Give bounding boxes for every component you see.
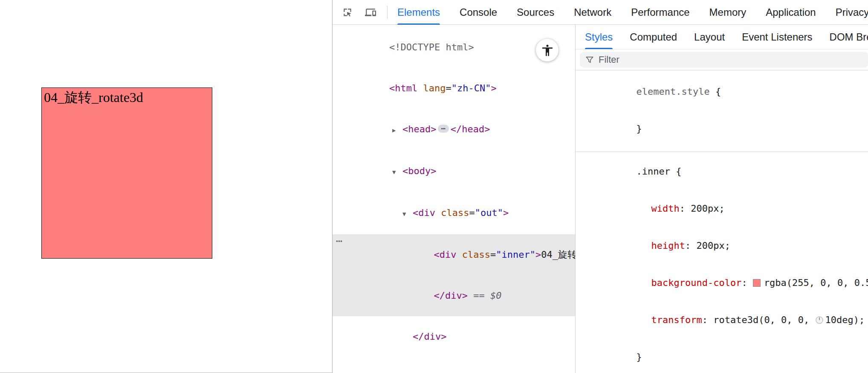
css-property-row-background-color: background-color: rgba(255, 0, 0, 0.5);: [580, 264, 868, 301]
tab-sources[interactable]: Sources: [517, 0, 554, 25]
style-rule-inner: .inner { width: 200px; height: 200px; ba…: [576, 152, 868, 373]
dom-line-div-out-close[interactable]: </div>: [333, 316, 575, 357]
selected-dom-node[interactable]: ⋯<div class="inner">04_旋转_rotate3d </div…: [333, 234, 575, 316]
expand-arrow-icon[interactable]: ▼: [392, 165, 402, 179]
browser-viewport: 04_旋转_rotate3d: [0, 0, 332, 373]
styles-sidebar: Styles Computed Layout Event Listeners D…: [575, 25, 868, 373]
style-filter-input[interactable]: [599, 54, 863, 65]
more-actions-icon[interactable]: ⋯: [336, 234, 341, 248]
devtools-panel: Elements Console Sources Network Perform…: [332, 0, 868, 373]
tab-network[interactable]: Network: [574, 0, 611, 25]
device-toolbar-icon: [365, 7, 376, 18]
tab-privacy[interactable]: Privacy: [836, 0, 868, 25]
accessibility-button[interactable]: [536, 39, 558, 61]
dom-line-div-inner-close[interactable]: </div> == $0: [333, 275, 575, 316]
screen: 04_旋转_rotate3d Elements Console Sources: [0, 0, 868, 373]
css-property-value[interactable]: 200px;: [691, 203, 724, 214]
dom-tree: <!DOCTYPE html> <html lang="zh-CN"> ▶<he…: [333, 25, 575, 373]
css-property-row-width: width: 200px;: [580, 190, 868, 227]
sidebar-tab-dom-breakpoints[interactable]: DOM Breakpoints: [830, 25, 868, 49]
css-property-name[interactable]: transform: [651, 315, 702, 325]
style-filter-row: [576, 50, 868, 70]
tab-performance[interactable]: Performance: [631, 0, 689, 25]
devtools-tabs: Elements Console Sources Network Perform…: [388, 0, 868, 25]
style-rule-element: element.style { }: [576, 70, 868, 152]
dom-line-html-open[interactable]: <html lang="zh-CN">: [333, 68, 575, 109]
css-property-name[interactable]: height: [651, 240, 685, 251]
sidebar-tab-layout[interactable]: Layout: [694, 25, 725, 49]
sidebar-tab-styles[interactable]: Styles: [585, 25, 613, 49]
rule-selector-row[interactable]: element.style {: [580, 73, 868, 110]
devtools-toolbar: Elements Console Sources Network Perform…: [333, 0, 868, 25]
dom-line-div-out-open[interactable]: ▼<div class="out">: [333, 192, 575, 234]
dom-line-comment[interactable]: <!-- Code injected by live-server --: [333, 357, 575, 373]
expand-arrow-icon[interactable]: ▼: [402, 207, 413, 221]
demo-box-label: 04_旋转_rotate3d: [44, 90, 143, 105]
css-property-name[interactable]: width: [651, 203, 679, 214]
filter-funnel-icon: [585, 55, 594, 64]
color-swatch[interactable]: [753, 279, 761, 287]
sidebar-tabs: Styles Computed Layout Event Listeners D…: [576, 25, 868, 50]
selected-node-marker: == $0: [468, 290, 501, 301]
doctype-text: <!DOCTYPE html>: [389, 42, 474, 52]
rule-selector[interactable]: element.style: [636, 86, 709, 97]
dom-line-div-inner-open[interactable]: ⋯<div class="inner">04_旋转_rotate3d: [333, 234, 575, 275]
style-filter-box[interactable]: [580, 52, 868, 67]
inspect-icon: [342, 7, 353, 18]
css-property-value[interactable]: 200px;: [696, 240, 730, 251]
rule-selector[interactable]: .inner: [636, 166, 670, 177]
tab-memory[interactable]: Memory: [709, 0, 746, 25]
accessibility-icon: [541, 44, 554, 57]
sidebar-tab-event-listeners[interactable]: Event Listeners: [742, 25, 812, 49]
dom-line-body-open[interactable]: ▼<body>: [333, 151, 575, 192]
css-property-name[interactable]: background-color: [651, 277, 741, 288]
demo-box: 04_旋转_rotate3d: [41, 87, 212, 259]
css-property-value[interactable]: rgba(255, 0, 0, 0.5);: [764, 277, 868, 288]
tab-console[interactable]: Console: [460, 0, 497, 25]
rule-selector-row[interactable]: .inner {: [580, 153, 868, 190]
sidebar-tab-computed[interactable]: Computed: [630, 25, 677, 49]
inspect-element-button[interactable]: [342, 7, 353, 18]
css-property-row-transform: transform: rotate3d(0, 0, 0, 10deg);: [580, 301, 868, 338]
ellipsis-icon[interactable]: ⋯: [438, 125, 448, 133]
angle-icon[interactable]: [815, 316, 824, 324]
collapse-arrow-icon[interactable]: ▶: [392, 123, 402, 137]
css-property-value[interactable]: 10deg: [825, 315, 854, 325]
tab-application[interactable]: Application: [766, 0, 816, 25]
device-toolbar-button[interactable]: [365, 7, 376, 18]
dom-line-head[interactable]: ▶<head>⋯</head>: [333, 109, 575, 151]
tab-elements[interactable]: Elements: [397, 0, 440, 25]
css-property-row-height: height: 200px;: [580, 227, 868, 264]
